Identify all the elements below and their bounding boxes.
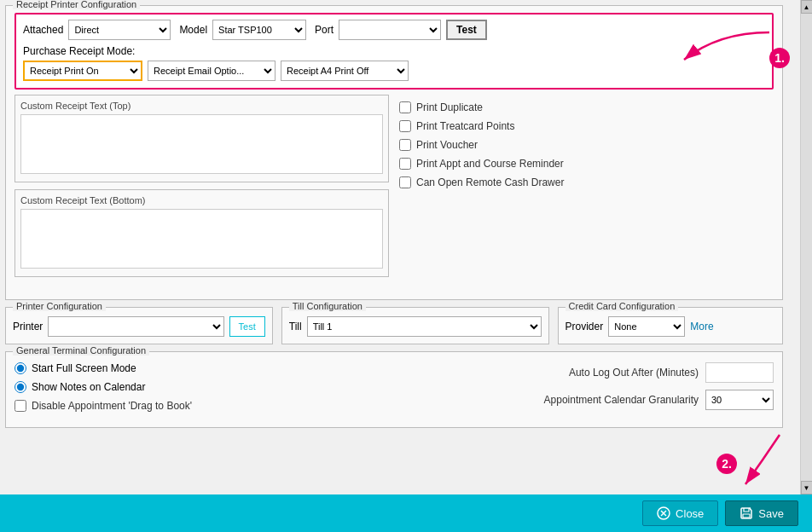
print-voucher-item: Print Voucher <box>399 139 774 151</box>
port-label: Port <box>315 24 334 36</box>
granularity-select[interactable]: 30 15 60 <box>705 390 774 410</box>
receipt-text-col: Custom Receipt Text (Top) Custom Receipt… <box>14 95 389 284</box>
close-button[interactable]: Close <box>642 500 718 526</box>
can-open-drawer-checkbox[interactable] <box>399 176 411 188</box>
scrollbar[interactable]: ▲ ▼ <box>800 0 812 494</box>
config-row: Printer Configuration Printer Test Till … <box>5 307 783 344</box>
can-open-drawer-item: Can Open Remote Cash Drawer <box>399 176 774 188</box>
fullscreen-radio[interactable] <box>14 362 26 374</box>
general-left: Start Full Screen Mode Show Notes on Cal… <box>14 362 386 419</box>
granularity-row: Appointment Calendar Granularity 30 15 6… <box>403 390 774 410</box>
show-notes-label: Show Notes on Calendar <box>32 381 145 393</box>
disable-appt-item: Disable Appointment 'Drag to Book' <box>14 400 386 412</box>
annotation-1: 1. <box>769 48 790 68</box>
print-treatcard-item: Print Treatcard Points <box>399 120 774 132</box>
show-notes-item: Show Notes on Calendar <box>14 381 386 393</box>
save-button[interactable]: Save <box>725 500 798 526</box>
attached-select[interactable]: Direct Network Windows <box>68 20 171 40</box>
auto-logout-label: Auto Log Out After (Minutes) <box>569 367 699 379</box>
till-config-content: Till Till 1 Till 2 <box>289 316 542 337</box>
print-duplicate-label: Print Duplicate <box>416 101 483 113</box>
a4-option-select[interactable]: Receipt A4 Print Off Receipt A4 Print On <box>281 61 409 81</box>
print-appt-item: Print Appt and Course Reminder <box>399 158 774 170</box>
print-treatcard-checkbox[interactable] <box>399 120 411 132</box>
fullscreen-item: Start Full Screen Mode <box>14 362 386 374</box>
model-label: Model <box>179 24 207 36</box>
printer-config-content: Printer Test <box>13 316 265 337</box>
custom-top-box: Custom Receipt Text (Top) <box>14 95 389 182</box>
close-icon <box>657 506 670 520</box>
fullscreen-label: Start Full Screen Mode <box>32 362 136 374</box>
annotation-2: 2. <box>716 454 737 474</box>
save-icon <box>740 506 753 520</box>
bottom-bar: Close Save <box>0 494 812 532</box>
printer-config-block: Printer Configuration Printer Test <box>5 307 273 344</box>
receipt-printer-section: Receipt Printer Configuration Attached D… <box>5 5 783 300</box>
custom-top-label: Custom Receipt Text (Top) <box>20 101 383 111</box>
print-voucher-label: Print Voucher <box>416 139 478 151</box>
purchase-mode-row: Purchase Receipt Mode: Receipt Print On … <box>23 45 765 81</box>
provider-label: Provider <box>566 321 604 332</box>
highlight-box: Attached Direct Network Windows Model St… <box>14 13 774 90</box>
printer-config-title: Printer Configuration <box>13 301 106 311</box>
credit-config-content: Provider None Square More <box>566 316 775 337</box>
till-select[interactable]: Till 1 Till 2 <box>307 316 542 337</box>
custom-bottom-textarea[interactable] <box>20 209 383 269</box>
print-appt-label: Print Appt and Course Reminder <box>416 158 564 170</box>
purchase-receipt-select[interactable]: Receipt Print On Receipt Print Off <box>23 61 142 81</box>
purchase-mode-label: Purchase Receipt Mode: <box>23 45 765 57</box>
print-appt-checkbox[interactable] <box>399 158 411 170</box>
custom-bottom-label: Custom Receipt Text (Bottom) <box>20 195 383 205</box>
disable-appt-checkbox[interactable] <box>14 400 26 412</box>
auto-logout-input[interactable] <box>705 362 774 383</box>
port-select[interactable] <box>339 20 441 40</box>
general-content: Start Full Screen Mode Show Notes on Cal… <box>14 362 774 419</box>
show-notes-radio[interactable] <box>14 381 26 393</box>
disable-appt-label: Disable Appointment 'Drag to Book' <box>32 400 192 412</box>
scroll-up[interactable]: ▲ <box>801 0 813 14</box>
auto-logout-row: Auto Log Out After (Minutes) <box>403 362 774 383</box>
print-duplicate-checkbox[interactable] <box>399 101 411 113</box>
save-label: Save <box>758 507 784 520</box>
checkboxes-col: Print Duplicate Print Treatcard Points P… <box>399 95 774 284</box>
till-config-block: Till Configuration Till Till 1 Till 2 <box>281 307 549 344</box>
receipt-test-button[interactable]: Test <box>446 20 487 40</box>
model-select[interactable]: Star TSP100 Epson <box>212 20 306 40</box>
attached-row: Attached Direct Network Windows Model St… <box>23 20 765 40</box>
receipt-two-col: Custom Receipt Text (Top) Custom Receipt… <box>14 95 774 284</box>
custom-top-textarea[interactable] <box>20 114 383 174</box>
granularity-label: Appointment Calendar Granularity <box>544 394 699 406</box>
receipt-printer-title: Receipt Printer Configuration <box>13 0 140 9</box>
purchase-selects: Receipt Print On Receipt Print Off Recei… <box>23 61 765 81</box>
close-label: Close <box>676 507 704 520</box>
print-voucher-checkbox[interactable] <box>399 139 411 151</box>
main-container: ▲ ▼ Receipt Printer Configuration Attach… <box>0 0 812 532</box>
till-label: Till <box>289 321 302 332</box>
print-duplicate-item: Print Duplicate <box>399 101 774 113</box>
provider-select[interactable]: None Square <box>608 316 685 337</box>
can-open-drawer-label: Can Open Remote Cash Drawer <box>416 176 564 188</box>
more-label: More <box>690 321 713 332</box>
printer-select[interactable] <box>48 316 223 337</box>
email-option-select[interactable]: Receipt Email Optio... Receipt Email On … <box>148 61 276 81</box>
content-area: Receipt Printer Configuration Attached D… <box>0 0 800 494</box>
credit-config-title: Credit Card Configuration <box>566 301 679 311</box>
printer-test-button[interactable]: Test <box>229 316 265 337</box>
printer-label: Printer <box>13 321 43 332</box>
general-right: Auto Log Out After (Minutes) Appointment… <box>403 362 774 419</box>
custom-bottom-box: Custom Receipt Text (Bottom) <box>14 189 389 277</box>
general-terminal-section: General Terminal Configuration Start Ful… <box>5 351 783 428</box>
till-config-title: Till Configuration <box>289 301 366 311</box>
scroll-down[interactable]: ▼ <box>801 481 813 494</box>
svg-rect-3 <box>743 514 750 518</box>
credit-config-block: Credit Card Configuration Provider None … <box>558 307 783 344</box>
general-title: General Terminal Configuration <box>13 345 149 356</box>
print-treatcard-label: Print Treatcard Points <box>416 120 514 132</box>
attached-label: Attached <box>23 24 63 36</box>
